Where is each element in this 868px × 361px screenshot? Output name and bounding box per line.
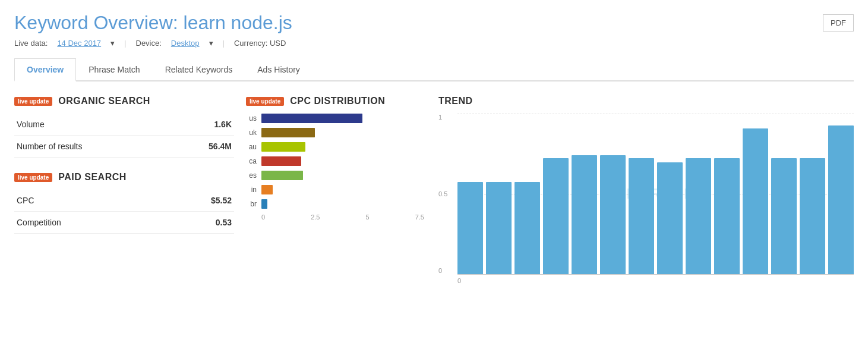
cpc-chart: usukaucaesinbr [246, 114, 424, 209]
cpc-country-label: ca [246, 157, 257, 165]
trend-bar [743, 128, 768, 274]
device-label: Device: [136, 39, 162, 48]
pdf-button[interactable]: PDF [823, 14, 854, 32]
live-data-label: Live data: [14, 39, 48, 48]
tab-phrase-match[interactable]: Phrase Match [76, 58, 152, 81]
volume-value: 1.6K [172, 114, 234, 136]
cpc-axis: 0 2.5 5 7.5 [246, 214, 424, 221]
paid-search-section: live update PAID SEARCH CPC $5.52 Compet… [14, 172, 234, 234]
organic-live-badge: live update [14, 97, 52, 106]
cpc-bar-row: ca [246, 156, 424, 166]
cpc-bar-row: br [246, 199, 424, 209]
cpc-bar [261, 128, 315, 137]
table-row: Competition 0.53 [14, 212, 234, 234]
cpc-bar [261, 171, 303, 180]
cpc-bar-row: au [246, 142, 424, 152]
cpc-value: $5.52 [159, 190, 234, 212]
cpc-live-badge: live update [246, 97, 284, 106]
results-value: 56.4M [172, 136, 234, 158]
tab-related-keywords[interactable]: Related Keywords [153, 58, 245, 81]
trend-bar [457, 182, 483, 274]
cpc-country-label: uk [246, 128, 257, 137]
cpc-bar-row: us [246, 114, 424, 123]
date-filter[interactable]: 14 Dec 2017 [57, 39, 101, 48]
trend-bars [457, 114, 854, 274]
trend-y-axis: 1 0.5 0 [438, 114, 447, 274]
table-row: Number of results 56.4M [14, 136, 234, 158]
paid-metrics-table: CPC $5.52 Competition 0.53 [14, 190, 234, 234]
cpc-bar [261, 114, 362, 123]
table-row: CPC $5.52 [14, 190, 234, 212]
cpc-country-label: br [246, 200, 257, 208]
trend-x-zero: 0 [457, 277, 854, 284]
cpc-bar-row: in [246, 185, 424, 194]
trend-bar [629, 158, 654, 274]
cpc-header: live update CPC DISTRIBUTION [246, 96, 424, 106]
left-panel: live update ORGANIC SEARCH Volume 1.6K N… [14, 96, 234, 284]
trend-bar [657, 162, 683, 274]
cpc-label: CPC [14, 190, 159, 212]
trend-bar [486, 182, 512, 274]
organic-search-title: ORGANIC SEARCH [58, 96, 150, 106]
cpc-bar [261, 142, 305, 152]
organic-metrics-table: Volume 1.6K Number of results 56.4M [14, 114, 234, 158]
trend-bar [828, 125, 854, 274]
meta-row: Live data: 14 Dec 2017 ▾ | Device: Deskt… [14, 39, 292, 48]
results-label: Number of results [14, 136, 172, 158]
trend-title: TREND [438, 96, 473, 106]
tabs: Overview Phrase Match Related Keywords A… [14, 57, 854, 81]
cpc-title: CPC DISTRIBUTION [290, 96, 385, 106]
trend-bar [771, 158, 797, 274]
cpc-country-label: in [246, 186, 257, 194]
cpc-bar-row: es [246, 171, 424, 180]
trend-bar [600, 155, 626, 274]
tab-overview[interactable]: Overview [14, 58, 76, 81]
cpc-bar [261, 156, 301, 166]
cpc-country-label: au [246, 143, 257, 151]
trend-wrapper: 1 0.5 0 SEMRUSH [457, 114, 854, 284]
competition-label: Competition [14, 212, 159, 234]
cpc-distribution-panel: live update CPC DISTRIBUTION usukaucaesi… [234, 96, 424, 284]
trend-bar [686, 158, 711, 274]
trend-bar [714, 158, 740, 274]
trend-bar [800, 158, 825, 274]
keyword-highlight: learn node.js [184, 12, 292, 33]
trend-chart-area: SEMRUSH [457, 114, 854, 274]
currency-label: Currency: USD [234, 39, 286, 48]
paid-search-title: PAID SEARCH [58, 172, 127, 183]
cpc-bar [261, 199, 267, 209]
cpc-country-label: es [246, 171, 257, 180]
paid-search-header: live update PAID SEARCH [14, 172, 234, 183]
table-row: Volume 1.6K [14, 114, 234, 136]
cpc-country-label: us [246, 114, 257, 123]
organic-search-header: live update ORGANIC SEARCH [14, 96, 234, 106]
competition-value: 0.53 [159, 212, 234, 234]
device-filter[interactable]: Desktop [171, 39, 200, 48]
cpc-bar-row: uk [246, 128, 424, 137]
trend-header: TREND [438, 96, 854, 106]
cpc-bar [261, 185, 273, 194]
trend-bar [543, 158, 569, 274]
volume-label: Volume [14, 114, 172, 136]
trend-bar [572, 155, 597, 274]
paid-live-badge: live update [14, 173, 52, 182]
page-title: Keyword Overview: learn node.js [14, 12, 292, 34]
trend-bar [515, 182, 540, 274]
tab-ads-history[interactable]: Ads History [245, 58, 313, 81]
trend-panel: TREND 1 0.5 0 SEMRUSH [424, 96, 854, 284]
